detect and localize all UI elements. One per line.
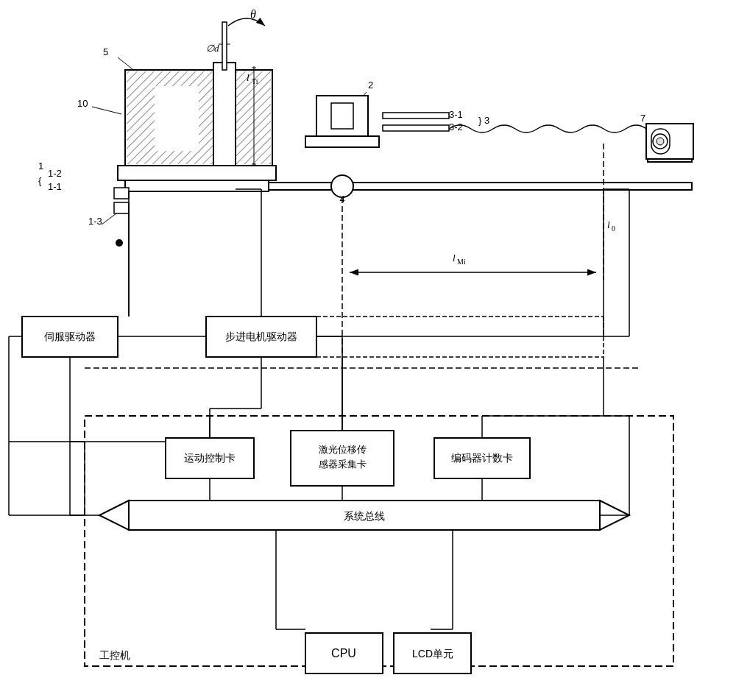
svg-text:LCD单元: LCD单元: [412, 648, 453, 660]
svg-rect-16: [222, 22, 227, 70]
svg-rect-15: [155, 86, 199, 151]
svg-text:3-1: 3-1: [449, 109, 463, 120]
svg-rect-56: [114, 202, 129, 213]
svg-text:Ti: Ti: [252, 77, 258, 85]
svg-line-9: [92, 107, 121, 114]
svg-text:感器采集卡: 感器采集卡: [319, 459, 367, 470]
svg-text:激光位移传: 激光位移传: [319, 444, 367, 455]
svg-text:l: l: [247, 72, 250, 83]
svg-text:l: l: [607, 219, 610, 230]
svg-text:伺服驱动器: 伺服驱动器: [44, 330, 96, 342]
svg-text:10: 10: [77, 98, 88, 109]
svg-text:} 3: } 3: [478, 115, 489, 126]
svg-text:1-2: 1-2: [48, 168, 62, 179]
svg-point-63: [116, 239, 123, 247]
svg-point-42: [657, 138, 664, 145]
svg-rect-12: [213, 63, 236, 169]
svg-marker-104: [99, 501, 129, 530]
svg-text:步进电机驱动器: 步进电机驱动器: [225, 330, 297, 342]
svg-text:{: {: [38, 175, 42, 186]
svg-text:∅d: ∅d: [206, 43, 219, 54]
svg-text:2: 2: [368, 79, 373, 91]
svg-rect-28: [331, 103, 353, 129]
svg-text:l: l: [453, 252, 456, 264]
svg-text:编码器计数卡: 编码器计数卡: [451, 452, 513, 464]
svg-text:工控机: 工控机: [99, 649, 130, 661]
svg-text:5: 5: [103, 46, 108, 57]
svg-text:系统总线: 系统总线: [344, 510, 385, 522]
svg-rect-55: [114, 188, 129, 199]
svg-text:0: 0: [612, 225, 615, 233]
svg-rect-29: [305, 136, 379, 147]
svg-rect-33: [383, 113, 449, 119]
svg-text:Mi: Mi: [457, 258, 466, 266]
svg-line-62: [102, 213, 116, 225]
svg-text:1: 1: [38, 160, 43, 172]
svg-text:CPU: CPU: [331, 647, 356, 660]
svg-text:1-1: 1-1: [48, 181, 62, 192]
svg-text:7: 7: [640, 113, 645, 124]
svg-rect-53: [118, 166, 276, 180]
svg-rect-34: [383, 125, 449, 131]
svg-text:1-3: 1-3: [88, 216, 102, 227]
svg-text:运动控制卡: 运动控制卡: [184, 452, 236, 464]
diagram-container: θ 5 10 ∅d l Ti 2: [0, 0, 736, 700]
